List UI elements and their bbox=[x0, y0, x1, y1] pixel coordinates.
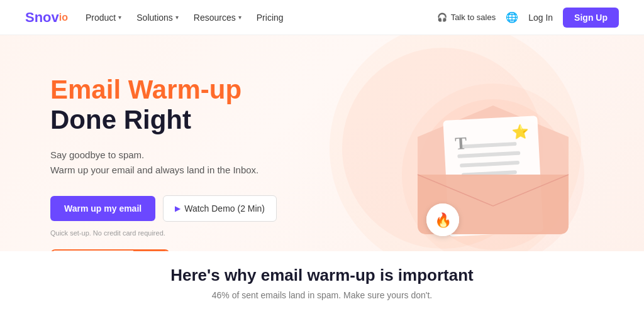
hero-illustration: T ⭐ 🔥 bbox=[380, 80, 606, 269]
svg-text:🔥: 🔥 bbox=[435, 212, 452, 229]
svg-text:⭐: ⭐ bbox=[511, 123, 530, 141]
login-button[interactable]: Log In bbox=[528, 13, 553, 23]
navbar: Snovio Product ▾ Solutions ▾ Resources ▾… bbox=[0, 0, 644, 35]
nav-solutions[interactable]: Solutions ▾ bbox=[136, 13, 179, 23]
talk-sales-link[interactable]: 🎧 Talk to sales bbox=[437, 13, 496, 22]
nav-product[interactable]: Product ▾ bbox=[86, 13, 121, 23]
play-icon: ▶ bbox=[175, 204, 180, 213]
nav-right: 🎧 Talk to sales 🌐 Log In Sign Up bbox=[437, 8, 619, 28]
watch-demo-button[interactable]: ▶ Watch Demo (2 Min) bbox=[163, 195, 277, 222]
nav-links: Product ▾ Solutions ▾ Resources ▾ Pricin… bbox=[86, 13, 284, 23]
talk-sales-text: Talk to sales bbox=[451, 13, 496, 22]
chevron-down-icon: ▾ bbox=[238, 14, 242, 21]
chevron-down-icon: ▾ bbox=[175, 14, 179, 21]
logo-text: Snov bbox=[25, 9, 59, 26]
why-section: Here's why email warm-up is important 46… bbox=[0, 251, 644, 314]
warm-up-button[interactable]: Warm up my email bbox=[50, 196, 155, 221]
why-subtitle: 46% of sent emails land in spam. Make su… bbox=[212, 290, 433, 300]
chevron-down-icon: ▾ bbox=[118, 14, 121, 21]
nav-resources[interactable]: Resources ▾ bbox=[194, 13, 242, 23]
logo[interactable]: Snovio bbox=[25, 9, 68, 26]
svg-text:T: T bbox=[455, 133, 468, 153]
nav-left: Snovio Product ▾ Solutions ▾ Resources ▾… bbox=[25, 9, 284, 26]
why-title: Here's why email warm-up is important bbox=[170, 266, 474, 285]
headset-icon: 🎧 bbox=[437, 13, 447, 22]
signup-button[interactable]: Sign Up bbox=[563, 8, 619, 28]
logo-io: io bbox=[59, 12, 68, 23]
nav-pricing[interactable]: Pricing bbox=[257, 13, 284, 23]
language-selector[interactable]: 🌐 bbox=[506, 11, 518, 23]
